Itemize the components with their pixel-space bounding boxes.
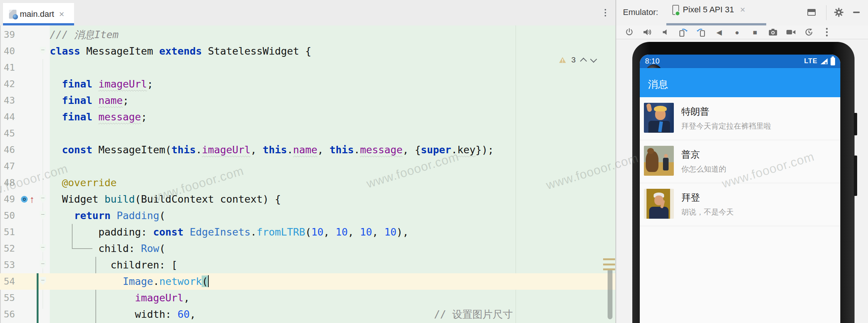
conversation-item-trump[interactable]: 特朗普拜登今天肯定拉在裤裆里啦 [640,97,840,140]
hide-panel-icon[interactable] [853,12,860,13]
tab-main-dart[interactable]: main.dart × [3,3,74,25]
code-line-40[interactable]: 40–class MessageItem extends StatelessWi… [0,43,615,59]
line-number: 51 [0,224,15,240]
volume-down-icon[interactable] [660,27,670,37]
volume-up-icon[interactable] [642,27,652,37]
window-mode-icon[interactable] [807,9,816,16]
dart-file-icon [9,10,16,19]
line-number: 53 [0,257,15,273]
code-text: Image.network( [50,273,209,290]
power-icon[interactable] [624,27,634,37]
editor-options-kebab-icon[interactable] [602,7,609,19]
code-line-44[interactable]: 44 final message; [0,109,615,125]
fold-marker-icon[interactable]: – [40,261,46,268]
code-line-41[interactable]: 41 [0,59,615,76]
conversation-message: 你怎么知道的 [681,164,726,174]
code-line-53[interactable]: 53– children: [ [0,257,615,273]
network-type-label: LTE [804,57,817,65]
fold-marker-icon[interactable]: – [40,47,46,55]
phone-volume-button [854,156,857,196]
overview-icon[interactable]: ■ [750,27,760,37]
vcs-change-bar [37,273,39,323]
conversation-item-biden[interactable]: 拜登胡说，不是今天 [640,183,840,226]
device-tab-pixel-5[interactable]: Pixel 5 API 31 × [672,4,745,15]
code-line-55[interactable]: 55 imageUrl, [0,290,615,306]
conversation-name: 特朗普 [681,105,709,118]
line-number: 45 [0,125,15,142]
line-number: 47 [0,158,15,175]
line-number: 49 [0,191,15,207]
line-number: 39 [0,27,15,43]
code-line-49[interactable]: 49↑– Widget build(BuildContext context) … [0,191,615,207]
error-stripe-warning-mark[interactable] [603,268,615,270]
code-text: final imageUrl; [50,76,153,92]
code-line-42[interactable]: 42 final imageUrl; [0,76,615,92]
code-line-56[interactable]: 56 width: 60,// 设置图片尺寸 [0,306,615,323]
code-line-46[interactable]: 46 const MessageItem(this.imageUrl, this… [0,142,615,158]
code-text: const MessageItem(this.imageUrl, this.na… [50,142,494,158]
avatar-biden [644,189,674,219]
fold-marker-icon[interactable]: – [40,277,46,285]
line-number: 54 [0,273,15,290]
code-text: children: [ [50,257,177,273]
conversation-message: 胡说，不是今天 [681,207,734,217]
signal-icon: × [820,58,828,64]
conversation-item-putin[interactable]: 普京你怎么知道的 [640,140,840,183]
record-icon[interactable] [786,27,796,37]
line-number: 55 [0,290,15,306]
phone-screen[interactable]: 8:10 LTE × 消息 特朗普拜登今天肯定拉在裤裆里啦普京你怎么知道的拜登胡… [640,55,840,323]
code-line-43[interactable]: 43 final name; [0,92,615,109]
error-stripe-warning-mark[interactable] [603,258,615,260]
home-icon[interactable]: ● [732,27,742,37]
editor-scrollbar[interactable] [608,268,612,319]
line-number: 48 [0,175,15,191]
fold-marker-icon[interactable]: – [40,211,46,219]
previous-problem-icon[interactable] [580,58,587,64]
code-editor[interactable]: 39/// 消息Item40–class MessageItem extends… [0,25,615,323]
code-text: return Padding( [50,207,165,224]
code-text: class MessageItem extends StatelessWidge… [50,43,311,59]
tab-close-icon[interactable]: × [59,10,64,19]
emulator-settings-gear-icon[interactable] [834,7,844,19]
code-line-54[interactable]: 54– Image.network( [0,273,615,290]
header-divider [826,5,826,20]
code-line-52[interactable]: 52– child: Row( [0,240,615,257]
rotate-left-icon[interactable] [678,27,688,37]
status-bar: 8:10 LTE × [640,55,840,68]
line-number: 44 [0,109,15,125]
line-number: 40 [0,43,15,59]
text-caret [208,275,209,287]
line-number: 52 [0,240,15,257]
device-tab-close-icon[interactable]: × [740,4,745,15]
android-studio-window: main.dart × 39/// 消息Item40–class Message… [0,0,868,323]
line-number: 43 [0,92,15,109]
fold-marker-icon[interactable]: – [40,195,46,203]
overrides-method-icon[interactable] [21,196,28,203]
code-line-47[interactable]: 47 [0,158,615,175]
editor-tab-bar: main.dart × [0,0,615,26]
conversation-message: 拜登今天肯定拉在裤裆里啦 [681,121,771,131]
code-line-51[interactable]: 51 padding: const EdgeInsets.fromLTRB(10… [0,224,615,240]
warning-count: 3 [571,55,576,64]
fold-marker-icon[interactable]: – [40,244,46,252]
code-line-45[interactable]: 45 [0,125,615,142]
code-text: padding: const EdgeInsets.fromLTRB(10, 1… [50,224,409,240]
rotate-right-icon[interactable] [696,27,706,37]
screenshot-icon[interactable] [768,27,778,37]
avatar-trump [644,103,674,133]
emulator-toolbar: ◀●■ [616,25,868,39]
more-icon[interactable] [822,27,832,37]
code-text: final message; [50,109,147,125]
override-arrow-icon[interactable]: ↑ [30,193,34,206]
error-stripe-warning-mark[interactable] [603,264,615,265]
inspections-widget[interactable]: 3 [559,55,596,65]
snapshots-icon[interactable] [804,27,814,37]
code-line-50[interactable]: 50– return Padding( [0,207,615,224]
next-problem-icon[interactable] [590,56,597,62]
code-line-39[interactable]: 39/// 消息Item [0,27,615,43]
conversation-name: 普京 [681,148,700,161]
app-bar: 消息 [640,68,840,97]
back-icon[interactable]: ◀ [714,27,724,37]
emulator-panel-header: Emulator: Pixel 5 API 31 × [616,0,868,26]
code-line-48[interactable]: 48 @override [0,175,615,191]
